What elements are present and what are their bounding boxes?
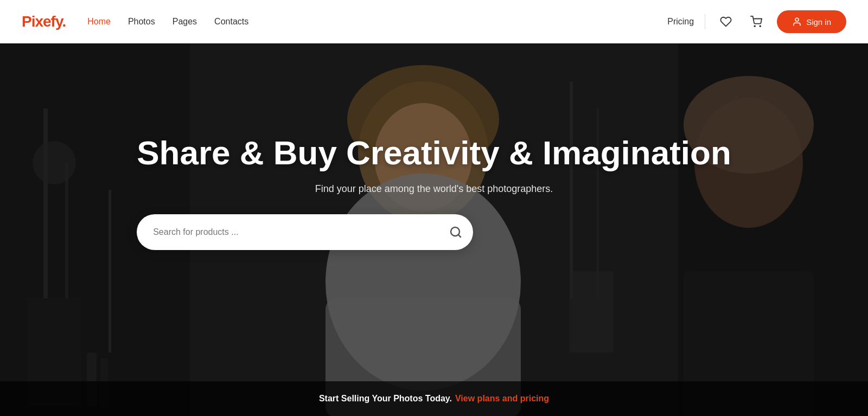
cart-icon (750, 16, 762, 28)
pricing-link[interactable]: Pricing (667, 17, 694, 27)
navbar-left: Pixefy. Home Photos Pages Contacts (22, 13, 248, 30)
nav-item-contacts[interactable]: Contacts (214, 17, 248, 27)
svg-point-1 (760, 25, 761, 27)
bottom-bar-text: Start Selling Your Photos Today. (319, 394, 452, 404)
nav-item-pages[interactable]: Pages (173, 17, 197, 27)
user-icon (792, 17, 802, 27)
nav-links: Home Photos Pages Contacts (87, 17, 248, 27)
hero-title: Share & Buy Creativity & Imagination (137, 133, 731, 172)
bottom-bar-link[interactable]: View plans and pricing (455, 394, 549, 404)
search-icon (449, 226, 462, 239)
nav-item-home[interactable]: Home (87, 17, 111, 27)
nav-divider (705, 14, 705, 29)
nav-link-photos[interactable]: Photos (128, 17, 155, 26)
logo-text: Pixefy (22, 13, 62, 30)
logo-dot: . (62, 13, 66, 30)
wishlist-button[interactable] (716, 12, 736, 31)
svg-line-27 (458, 234, 461, 236)
search-bar (137, 214, 473, 250)
logo[interactable]: Pixefy. (22, 13, 66, 30)
nav-link-pages[interactable]: Pages (173, 17, 197, 26)
hero-subtitle: Find your place among the world's best p… (137, 183, 731, 195)
heart-icon (720, 16, 732, 28)
navbar: Pixefy. Home Photos Pages Contacts Prici… (0, 0, 868, 43)
navbar-right: Pricing Sign in (667, 10, 846, 33)
hero-section: Share & Buy Creativity & Imagination Fin… (0, 0, 868, 416)
sign-in-label: Sign in (806, 17, 831, 27)
cart-button[interactable] (746, 12, 766, 31)
search-input[interactable] (153, 227, 449, 237)
bottom-bar: Start Selling Your Photos Today. View pl… (0, 381, 868, 416)
hero-content: Share & Buy Creativity & Imagination Fin… (115, 133, 753, 249)
nav-link-home[interactable]: Home (87, 17, 111, 26)
svg-point-0 (754, 25, 755, 27)
sign-in-button[interactable]: Sign in (777, 10, 846, 33)
nav-link-contacts[interactable]: Contacts (214, 17, 248, 26)
nav-item-photos[interactable]: Photos (128, 17, 155, 27)
search-button[interactable] (449, 226, 462, 239)
svg-point-2 (795, 18, 799, 21)
